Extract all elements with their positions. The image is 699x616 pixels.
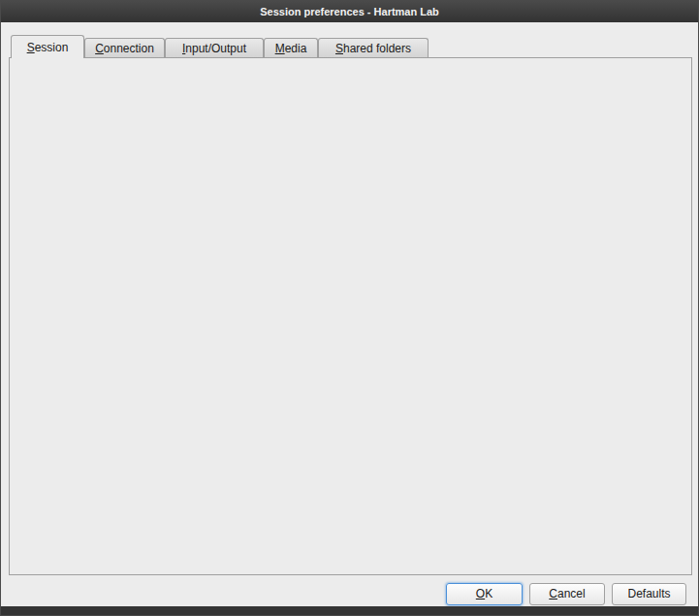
bottom-window-edge xyxy=(1,606,698,615)
ok-button[interactable]: OK xyxy=(446,583,523,605)
titlebar[interactable]: Session preferences - Hartman Lab xyxy=(1,1,698,22)
tab-connection[interactable]: Connection xyxy=(84,38,165,57)
tab-input-output[interactable]: Input/Output xyxy=(165,38,264,57)
tab-session[interactable]: Session xyxy=(11,35,84,58)
session-preferences-window: Session preferences - Hartman Lab Sessio… xyxy=(0,0,699,616)
session-tab-pane xyxy=(9,57,692,575)
tab-media[interactable]: Media xyxy=(264,38,318,57)
cancel-button[interactable]: Cancel xyxy=(529,583,605,605)
defaults-button[interactable]: Defaults xyxy=(612,583,686,605)
tab-shared-folders[interactable]: Shared folders xyxy=(318,38,429,57)
window-title: Session preferences - Hartman Lab xyxy=(260,6,439,17)
